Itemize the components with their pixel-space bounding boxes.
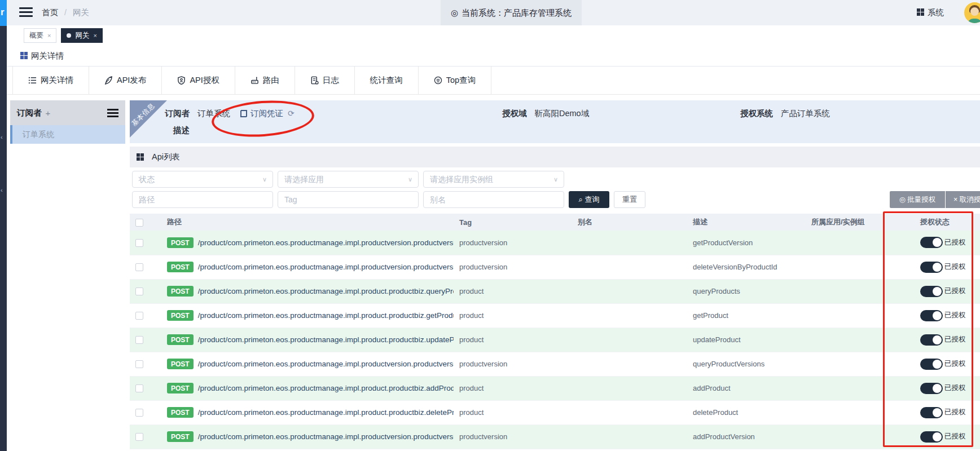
breadcrumb-current: 网关 [73, 8, 89, 17]
authorize-toggle[interactable] [920, 286, 943, 297]
close-icon: × [953, 196, 960, 204]
desc-cell: updateProduct [687, 328, 806, 352]
tab-api-publish[interactable]: API发布 [89, 67, 162, 94]
table-row: POST/product/com.primeton.eos.productman… [130, 400, 980, 425]
api-path-link[interactable]: /product/com.primeton.eos.productmanage.… [198, 408, 454, 417]
tab-top-query[interactable]: Top查询 [419, 67, 491, 94]
refresh-icon[interactable]: ⟳ [288, 109, 295, 118]
reset-button[interactable]: 重置 [614, 191, 645, 208]
api-path-link[interactable]: /product/com.primeton.eos.productmanage.… [198, 335, 454, 344]
col-tag: Tag [454, 214, 572, 231]
tab-stats-query[interactable]: 统计查询 [355, 67, 419, 94]
authorize-toggle[interactable] [920, 431, 943, 443]
tag-input[interactable] [278, 191, 419, 208]
authorize-toggle[interactable] [920, 334, 943, 346]
batch-authorize-button[interactable]: ◎ 批量授权 [890, 191, 945, 208]
breadcrumb: 首页 / 网关 [42, 0, 89, 25]
api-table: 路径 Tag 别名 描述 所属应用/实例组 授权状态 POST/product/… [130, 214, 980, 449]
authorize-toggle[interactable] [920, 262, 943, 273]
gauge-icon [434, 76, 442, 85]
query-button[interactable]: ⌕ 查询 [569, 191, 609, 208]
row-checkbox[interactable] [135, 239, 143, 247]
api-path-link[interactable]: /product/com.primeton.eos.productmanage.… [198, 360, 454, 368]
panel-collapse-icon[interactable]: ‹ [1, 187, 3, 193]
status-select[interactable]: 状态∨ [132, 171, 273, 188]
api-path-link[interactable]: /product/com.primeton.eos.productmanage.… [198, 384, 454, 392]
sidebar-item-order-system[interactable]: 订单系统 [10, 125, 125, 144]
app-cell [806, 400, 915, 425]
alias-input[interactable] [423, 191, 564, 208]
system-menu[interactable]: 系统 [917, 0, 944, 25]
page-title-bar: 网关详情 [7, 45, 980, 67]
copy-icon[interactable] [240, 110, 247, 117]
tab-api-auth[interactable]: API授权 [162, 67, 235, 94]
col-alias: 别名 [572, 214, 687, 231]
hamburger-menu-icon[interactable] [19, 7, 33, 17]
breadcrumb-home[interactable]: 首页 [42, 8, 58, 17]
alias-cell [572, 255, 687, 279]
tab-gateway[interactable]: 网关× [61, 28, 102, 43]
api-path-link[interactable]: /product/com.primeton.eos.productmanage.… [198, 432, 454, 441]
app-select[interactable]: 请选择应用∨ [278, 171, 419, 188]
close-icon[interactable]: × [47, 32, 51, 39]
api-path-link[interactable]: /product/com.primeton.eos.productmanage.… [198, 263, 454, 271]
cancel-authorize-button[interactable]: × 取消授权 [946, 191, 980, 208]
collapsed-sidebar-strip: r ‹ ‹ [0, 0, 7, 451]
method-badge: POST [167, 431, 194, 442]
current-system-text: 当前系统：产品库存管理系统 [462, 8, 572, 17]
window-tabstrip: 概要× 网关× [7, 25, 980, 45]
add-subscriber-button[interactable]: + [46, 108, 51, 118]
domain-label: 授权域 [502, 109, 527, 118]
row-checkbox[interactable] [135, 360, 143, 368]
api-path-link[interactable]: /product/com.primeton.eos.productmanage.… [198, 287, 454, 295]
sidebar-menu-icon[interactable] [107, 107, 118, 119]
row-checkbox[interactable] [135, 263, 143, 271]
auth-status-label: 已授权 [944, 335, 966, 343]
tab-log[interactable]: 日志 [295, 67, 355, 94]
page-title: 网关详情 [31, 51, 64, 60]
auth-system-value: 产品订单系统 [781, 109, 830, 118]
path-input[interactable] [132, 191, 273, 208]
authorize-toggle[interactable] [920, 359, 943, 370]
tag-cell: productversion [454, 425, 572, 449]
tab-route[interactable]: 路由 [235, 67, 295, 94]
panel-collapse-icon[interactable]: ‹ [1, 134, 3, 140]
authorize-toggle[interactable] [920, 383, 943, 394]
authorize-toggle[interactable] [920, 407, 943, 418]
authorize-toggle[interactable] [920, 237, 943, 248]
alias-cell [572, 328, 687, 352]
table-row: POST/product/com.primeton.eos.productman… [130, 255, 980, 279]
desc-cell: deleteProduct [687, 400, 806, 425]
row-checkbox[interactable] [135, 336, 143, 344]
close-icon[interactable]: × [93, 32, 96, 39]
row-checkbox[interactable] [135, 433, 143, 441]
app-cell [806, 425, 915, 449]
row-checkbox[interactable] [135, 384, 143, 392]
subscriber-sidebar: 订阅者 + 订单系统 [10, 100, 125, 144]
logo: r [0, 0, 7, 26]
tab-gateway-detail[interactable]: 网关详情 [12, 67, 89, 94]
auth-status-label: 已授权 [944, 263, 966, 271]
api-path-link[interactable]: /product/com.primeton.eos.productmanage.… [198, 311, 454, 320]
app-instance-group-select[interactable]: 请选择应用实例组∨ [423, 171, 564, 188]
subscription-credential-link[interactable]: 订阅凭证⟳ [240, 108, 295, 119]
auth-status-label: 已授权 [944, 408, 966, 416]
row-checkbox[interactable] [135, 312, 143, 320]
alias-cell [572, 279, 687, 303]
authorize-toggle[interactable] [920, 310, 943, 321]
app-cell [806, 303, 915, 328]
auth-status-label: 已授权 [944, 287, 966, 295]
tag-cell: productversion [454, 231, 572, 255]
row-checkbox[interactable] [135, 409, 143, 417]
row-checkbox[interactable] [135, 288, 143, 295]
eye-icon: ◎ [899, 196, 907, 204]
table-row: POST/product/com.primeton.eos.productman… [130, 425, 980, 449]
auth-status-label: 已授权 [944, 384, 966, 392]
detail-nav-tabs: 网关详情 API发布 API授权 路由 日志 统计查询 Top查询 [7, 67, 980, 95]
desc-cell: getProductVersion [687, 231, 806, 255]
alias-cell [572, 303, 687, 328]
tab-overview[interactable]: 概要× [24, 28, 56, 43]
select-all-checkbox[interactable] [135, 219, 143, 227]
user-avatar[interactable] [964, 2, 980, 23]
api-path-link[interactable]: /product/com.primeton.eos.productmanage.… [198, 238, 454, 247]
